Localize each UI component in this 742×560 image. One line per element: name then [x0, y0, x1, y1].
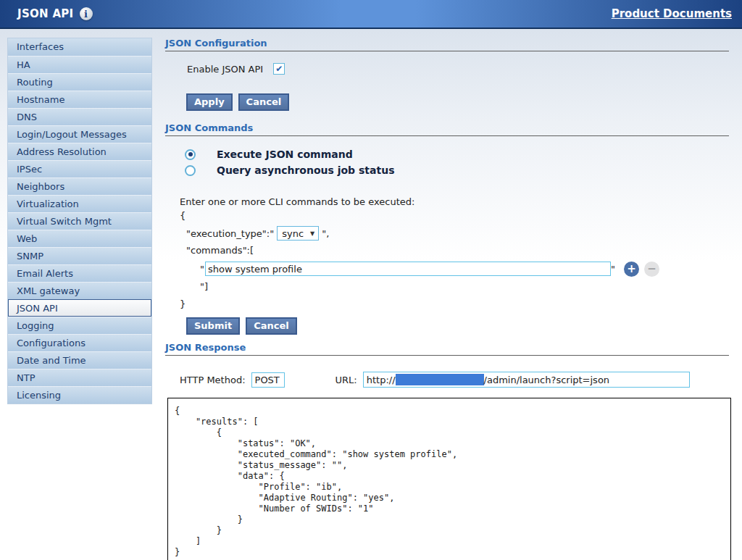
page-body: InterfacesHARoutingHostnameDNSLogin/Logo… [0, 29, 742, 559]
sidebar-item-xml-gateway[interactable]: XML gateway [8, 282, 151, 299]
product-documents-link[interactable]: Product Documents [612, 7, 732, 20]
execution-type-prefix: "execution_type":" [186, 228, 274, 239]
sidebar-item-interfaces[interactable]: Interfaces [8, 38, 151, 56]
cli-command-input[interactable] [205, 262, 611, 276]
sidebar-item-address-resolution[interactable]: Address Resolution [8, 143, 151, 160]
page-title: JSON API [17, 7, 74, 20]
section-title-json-configuration: JSON Configuration [165, 38, 729, 51]
json-close-brace: } [180, 296, 729, 313]
main-content: JSON Configuration Enable JSON API ✔ App… [165, 29, 729, 560]
sidebar-item-json-api[interactable]: JSON API [8, 299, 151, 317]
apply-button[interactable]: Apply [186, 93, 233, 111]
execution-type-value: sync [282, 228, 304, 239]
sidebar-item-ha[interactable]: HA [8, 56, 151, 73]
config-buttons-row: Apply Cancel [186, 93, 729, 111]
enable-json-api-row: Enable JSON API ✔ [187, 63, 729, 75]
header-bar: JSON API i Product Documents [0, 0, 742, 29]
add-command-icon[interactable]: + [624, 262, 639, 277]
sidebar-item-date-and-time[interactable]: Date and Time [8, 351, 151, 369]
sidebar-item-dns[interactable]: DNS [8, 108, 151, 125]
remove-command-icon[interactable]: − [644, 262, 659, 277]
radio-option-execute-json-command[interactable]: Execute JSON command [185, 146, 729, 162]
json-response-text: { "results": [ { "status": "OK", "execut… [168, 398, 730, 558]
radio-button-icon[interactable] [185, 165, 196, 176]
dropdown-arrow-icon: ▼ [310, 230, 314, 237]
json-command-form: { "execution_type":" sync ▼ ", "commands… [180, 207, 729, 313]
cli-instruction-text: Enter one or more CLI commands to be exe… [180, 196, 729, 207]
radio-option-label: Query asynchronous job status [217, 164, 394, 176]
redacted-host-block [396, 374, 484, 385]
radio-option-query-asynchronous-job-status[interactable]: Query asynchronous job status [185, 162, 729, 178]
enable-json-api-label: Enable JSON API [187, 64, 263, 75]
sidebar-item-configurations[interactable]: Configurations [8, 334, 151, 351]
commands-array-label: "commands":[ [186, 242, 729, 259]
execution-type-suffix: ", [322, 228, 329, 239]
sidebar-item-routing[interactable]: Routing [8, 73, 151, 91]
json-open-brace: { [180, 207, 729, 225]
request-info-row: HTTP Method: URL: http:// /admin/launch?… [180, 372, 729, 388]
section-title-json-commands: JSON Commands [165, 122, 729, 136]
sidebar-item-virtual-switch-mgmt[interactable]: Virtual Switch Mgmt [8, 212, 151, 230]
commands-cancel-button[interactable]: Cancel [246, 317, 297, 335]
sidebar-item-licensing[interactable]: Licensing [8, 386, 151, 404]
commands-buttons-row: Submit Cancel [186, 317, 729, 335]
sidebar-item-virtualization[interactable]: Virtualization [8, 195, 151, 212]
sidebar-item-hostname[interactable]: Hostname [8, 91, 151, 108]
execution-type-select[interactable]: sync ▼ [277, 226, 319, 241]
command-close-quote: " [611, 264, 615, 275]
http-method-label: HTTP Method: [180, 375, 246, 385]
sidebar-nav: InterfacesHARoutingHostnameDNSLogin/Logo… [7, 38, 152, 404]
command-mode-radio-group: Execute JSON commandQuery asynchronous j… [185, 146, 729, 178]
url-prefix-text: http:// [367, 375, 396, 385]
sidebar-item-ntp[interactable]: NTP [8, 369, 151, 386]
command-open-quote: " [200, 264, 204, 275]
url-suffix-text: /admin/launch?script=json [484, 375, 610, 385]
radio-option-label: Execute JSON command [217, 149, 353, 160]
http-method-input[interactable] [251, 372, 285, 388]
radio-button-icon[interactable] [185, 149, 196, 160]
section-title-json-response: JSON Response [165, 342, 729, 356]
sidebar-item-neighbors[interactable]: Neighbors [8, 177, 151, 195]
execution-type-row: "execution_type":" sync ▼ ", [186, 225, 729, 242]
sidebar-item-logging[interactable]: Logging [8, 317, 151, 334]
sidebar-item-web[interactable]: Web [8, 230, 151, 247]
sidebar-item-login-logout-messages[interactable]: Login/Logout Messages [8, 125, 151, 143]
radio-selected-dot [188, 152, 193, 156]
url-input[interactable]: http:// /admin/launch?script=json [363, 372, 690, 388]
info-icon[interactable]: i [80, 7, 93, 20]
sidebar-item-ipsec[interactable]: IPSec [8, 160, 151, 177]
enable-json-api-checkbox[interactable]: ✔ [273, 63, 285, 75]
url-label: URL: [335, 375, 357, 385]
json-close-bracket: "] [200, 278, 729, 296]
sidebar-item-snmp[interactable]: SNMP [8, 247, 151, 264]
sidebar-item-email-alerts[interactable]: Email Alerts [8, 264, 151, 282]
config-cancel-button[interactable]: Cancel [238, 93, 290, 111]
json-response-output[interactable]: { "results": [ { "status": "OK", "execut… [167, 398, 731, 560]
submit-button[interactable]: Submit [186, 317, 240, 335]
command-input-row: " " + − [200, 259, 729, 278]
